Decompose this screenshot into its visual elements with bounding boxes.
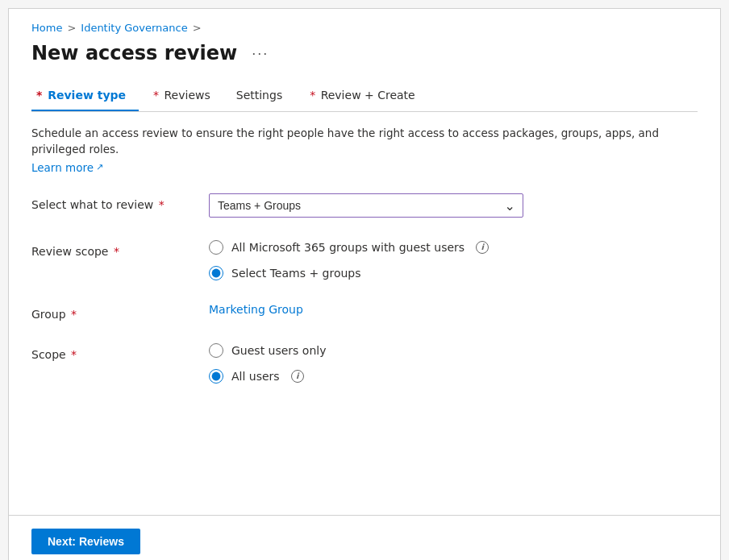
tab-review-create[interactable]: * Review + Create	[305, 81, 428, 111]
review-scope-control: All Microsoft 365 groups with guest user…	[209, 240, 698, 280]
breadcrumb-sep1: >	[67, 22, 76, 34]
breadcrumb-sep2: >	[193, 22, 202, 34]
external-link-icon: ↗	[96, 162, 103, 172]
scope-control: Guest users only All users i	[209, 343, 698, 384]
breadcrumb: Home > Identity Governance >	[31, 22, 698, 34]
scope-guest-only-label: Guest users only	[231, 344, 326, 357]
scope-guest-only-option[interactable]: Guest users only	[209, 343, 698, 358]
group-control: Marketing Group	[209, 303, 698, 316]
group-link[interactable]: Marketing Group	[209, 303, 303, 316]
scope-all-ms365-info-icon[interactable]: i	[476, 241, 489, 254]
page-title: New access review	[31, 42, 237, 64]
tab-review-type[interactable]: * Review type	[31, 81, 139, 111]
scope-all-users-radio[interactable]	[209, 369, 223, 384]
review-scope-row: Review scope * All Microsoft 365 groups …	[31, 240, 698, 280]
tab-bar: * Review type * Reviews Settings * Revie…	[31, 81, 698, 112]
scope-all-ms365-option[interactable]: All Microsoft 365 groups with guest user…	[209, 240, 698, 255]
form-section: Select what to review * Teams + Groups A…	[31, 193, 698, 384]
select-review-control: Teams + Groups Access packages Azure AD …	[209, 193, 698, 218]
scope-all-ms365-label: All Microsoft 365 groups with guest user…	[231, 241, 464, 254]
scope-required-star: *	[68, 348, 77, 361]
scope-label: Scope *	[31, 343, 209, 361]
select-review-dropdown[interactable]: Teams + Groups Access packages Azure AD …	[209, 193, 523, 218]
scope-select-teams-radio[interactable]	[209, 266, 223, 280]
page-title-row: New access review ···	[31, 42, 698, 64]
next-reviews-button[interactable]: Next: Reviews	[31, 529, 140, 554]
select-review-star: *	[155, 198, 164, 211]
scope-select-teams-label: Select Teams + groups	[231, 267, 361, 280]
main-window: Home > Identity Governance > New access …	[8, 8, 721, 560]
scope-all-users-label: All users	[231, 370, 280, 383]
tab-review-type-label: Review type	[48, 89, 126, 102]
group-row: Group * Marketing Group	[31, 303, 698, 321]
tab-review-create-label: Review + Create	[321, 89, 415, 102]
tab-settings-label: Settings	[236, 89, 282, 102]
breadcrumb-home[interactable]: Home	[31, 22, 62, 34]
group-label: Group *	[31, 303, 209, 321]
tab-review-type-star: *	[36, 89, 42, 102]
page-content: Home > Identity Governance > New access …	[9, 9, 720, 515]
tab-review-create-star: *	[310, 89, 315, 102]
scope-select-teams-option[interactable]: Select Teams + groups	[209, 266, 698, 280]
group-required-star: *	[68, 308, 77, 321]
scope-all-ms365-radio[interactable]	[209, 240, 223, 255]
scope-all-users-option[interactable]: All users i	[209, 369, 698, 384]
breadcrumb-identity-governance[interactable]: Identity Governance	[81, 22, 187, 34]
tab-settings[interactable]: Settings	[233, 81, 295, 111]
scope-row: Scope * Guest users only All users i	[31, 343, 698, 384]
description-text: Schedule an access review to ensure the …	[31, 125, 698, 158]
footer: Next: Reviews	[9, 515, 720, 560]
tab-reviews-star: *	[153, 89, 159, 102]
review-scope-star: *	[110, 245, 119, 258]
learn-more-link[interactable]: Learn more ↗	[31, 161, 103, 174]
tab-reviews-label: Reviews	[165, 89, 210, 102]
scope-all-users-info-icon[interactable]: i	[291, 370, 304, 383]
learn-more-text: Learn more	[31, 161, 94, 174]
select-review-label: Select what to review *	[31, 193, 209, 211]
review-scope-radio-group: All Microsoft 365 groups with guest user…	[209, 240, 698, 280]
scope-guest-only-radio[interactable]	[209, 343, 223, 358]
review-scope-label: Review scope *	[31, 240, 209, 258]
select-review-row: Select what to review * Teams + Groups A…	[31, 193, 698, 218]
tab-reviews[interactable]: * Reviews	[148, 81, 223, 111]
scope-radio-group: Guest users only All users i	[209, 343, 698, 384]
select-review-wrapper: Teams + Groups Access packages Azure AD …	[209, 193, 523, 218]
ellipsis-button[interactable]: ···	[247, 44, 273, 64]
